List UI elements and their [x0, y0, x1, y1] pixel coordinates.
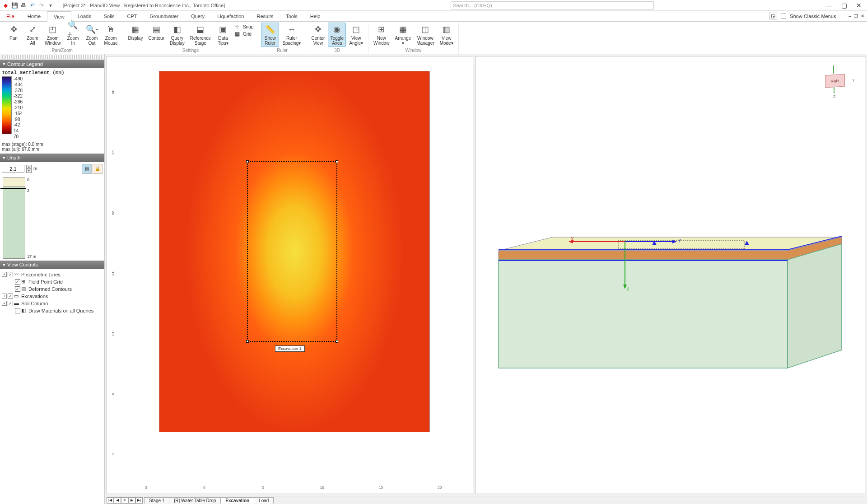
ribbon-new-window-button[interactable]: ⊞New Window	[371, 23, 392, 47]
print-icon[interactable]: 🖶	[20, 2, 27, 9]
ribbon-zoom-window-button[interactable]: ◰Zoom Window	[42, 23, 63, 47]
window-controls: — ▢ ✕	[826, 2, 865, 9]
ribbon-ruler-spacing--button[interactable]: ↔Ruler Spacing▾	[280, 23, 303, 47]
tree-item-excavations[interactable]: +✓▭Excavations	[2, 293, 103, 300]
menu-tab-tools[interactable]: Tools	[280, 11, 304, 21]
tree-checkbox[interactable]: ✓	[15, 286, 20, 292]
menu-tab-file[interactable]: File	[0, 11, 21, 21]
tool-icon: ◳	[351, 24, 362, 35]
ribbon-zoom-in-button[interactable]: 🔍+Zoom In	[64, 23, 82, 47]
ribbon-grid-button[interactable]: ▦Grid	[235, 31, 253, 37]
tool-icon: 📏	[265, 24, 275, 35]
stage-nav-next[interactable]: ▶	[128, 497, 135, 504]
tree-item-icon: ⊞	[21, 279, 28, 285]
tree-item-draw-materials-on-all-queries[interactable]: ◧Draw Materials on all Queries	[2, 307, 103, 314]
contour-legend-header[interactable]: ▾ Contour Legend	[0, 60, 104, 68]
ribbon-data-tips--button[interactable]: ▣Data Tips▾	[214, 23, 232, 47]
maximize-button[interactable]: ▢	[841, 2, 847, 9]
menu-tab-liquefaction[interactable]: Liquefaction	[211, 11, 250, 21]
minimize-button[interactable]: —	[826, 2, 832, 9]
tool-icon: ▦	[397, 24, 408, 35]
stage-nav-last[interactable]: ▶|	[135, 497, 143, 504]
menu-tab-query[interactable]: Query	[185, 11, 211, 21]
ribbon-query-display-button[interactable]: ◧Query Display	[168, 23, 187, 47]
stage-nav-hash[interactable]: #	[121, 497, 128, 504]
ribbon-pan-button[interactable]: ✥Pan	[5, 23, 23, 42]
redo-icon[interactable]: ↷	[38, 2, 45, 9]
orientation-cube[interactable]: Right Y Z	[820, 65, 851, 97]
stage-nav-first[interactable]: |◀	[107, 497, 114, 504]
close-button[interactable]: ✕	[856, 2, 862, 9]
legend-value: -42	[14, 122, 23, 128]
plan-view[interactable]: 302520151050 Excavation 1 -505101520	[107, 56, 473, 494]
tool-icon: ▥	[441, 24, 452, 35]
ribbon-view-angle--button[interactable]: ◳View Angle▾	[347, 23, 365, 47]
legend-value: -154	[14, 111, 23, 117]
expand-icon[interactable]: +	[2, 294, 7, 299]
classic-menus-checkbox[interactable]	[781, 14, 786, 19]
tree-checkbox[interactable]: ✓	[15, 279, 20, 285]
excavation-outline[interactable]	[247, 161, 337, 342]
ribbon-zoom-all-button[interactable]: ⤢Zoom All	[23, 23, 42, 47]
title-bar: ◆ 💾 🖶 ↶ ↷ ▾ - [Project 3* - Plan/3D View…	[0, 0, 867, 11]
tree-checkbox[interactable]: ✓	[8, 294, 13, 299]
depth-spin-up[interactable]: ▲	[26, 165, 32, 169]
menu-tab-home[interactable]: Home	[21, 11, 47, 21]
tree-item-deformed-contours[interactable]: ✓▤Deformed Contours	[2, 285, 103, 293]
menu-tab-groundwater[interactable]: Groundwater	[144, 11, 185, 21]
legend-value: -98	[14, 117, 23, 123]
mdi-close-button[interactable]: ✕	[861, 14, 864, 19]
expand-icon[interactable]: +	[2, 272, 7, 277]
qat-dropdown-icon[interactable]: ▾	[47, 2, 54, 9]
tree-item-label: Field Point Grid	[28, 279, 63, 285]
legend-stat: max (all): 67.6 mm	[2, 147, 103, 152]
expand-icon[interactable]: +	[2, 301, 7, 306]
ribbon-contour-button[interactable]: ▤Contour	[146, 23, 167, 42]
menu-tab-soils[interactable]: Soils	[98, 11, 121, 21]
ruler-tick: 30	[109, 62, 115, 122]
ribbon-zoom-mouse-button[interactable]: 🖱Zoom Mouse	[102, 23, 120, 47]
ribbon-arrange--button[interactable]: ▦Arrange ▾	[393, 23, 414, 47]
stage-tab-stage-1[interactable]: Stage 1	[144, 497, 169, 504]
stage-tab-excavation[interactable]: Excavation	[220, 497, 254, 504]
3d-view[interactable]: Right Y Z X	[475, 56, 865, 494]
depth-lock-button[interactable]: 🔒	[93, 164, 103, 174]
save-icon[interactable]: 💾	[11, 2, 18, 9]
stage-tab--r-water-table-drop[interactable]: [R] Water Table Drop	[169, 497, 221, 504]
tree-checkbox[interactable]: ✓	[8, 301, 13, 306]
depth-panel: ▲▼ m ▤ 🔒 0 2 17 m	[0, 162, 104, 261]
menu-tab-cpt[interactable]: CPT	[121, 11, 144, 21]
ribbon-window-manager-button[interactable]: ◫Window Manager	[414, 23, 436, 47]
depth-column[interactable]	[3, 177, 25, 259]
tree-item-soil-column[interactable]: +✓▬Soil Column	[2, 300, 103, 307]
depth-header[interactable]: ▾ Depth	[0, 154, 104, 162]
tree-checkbox[interactable]	[15, 308, 20, 313]
depth-spin-down[interactable]: ▼	[26, 169, 32, 173]
undo-icon[interactable]: ↶	[29, 2, 36, 9]
menu-tab-view[interactable]: View	[47, 11, 71, 22]
search-input[interactable]: Search... (Ctrl+Q)	[451, 1, 654, 9]
ribbon-reference-stage-button[interactable]: ⬓Reference Stage	[188, 23, 213, 47]
depth-input[interactable]	[2, 165, 24, 173]
ribbon-display-button[interactable]: ▦Display	[126, 23, 145, 42]
tree-checkbox[interactable]: ✓	[8, 272, 13, 277]
ribbon-center-view-button[interactable]: ✥Center View	[309, 23, 327, 47]
depth-mode-button[interactable]: ▤	[82, 164, 92, 174]
mdi-minimize-button[interactable]: –	[848, 14, 851, 19]
view-controls-header[interactable]: ▾ View Controls	[0, 261, 104, 269]
menu-tab-results[interactable]: Results	[250, 11, 280, 21]
ribbon-view-mode--button[interactable]: ▥View Mode▾	[438, 23, 456, 47]
tree-item-piezometric-lines[interactable]: +✓〰Piezometric Lines	[2, 271, 103, 278]
ribbon-zoom-out-button[interactable]: 🔍-Zoom Out	[83, 23, 101, 47]
stage-nav-prev[interactable]: ◀	[114, 497, 121, 504]
ribbon-show-ruler-button[interactable]: 📏Show Ruler	[261, 23, 279, 47]
stage-tab-load[interactable]: Load	[254, 497, 274, 504]
ribbon-group-label: Window	[406, 48, 422, 54]
ribbon-minimize-icon[interactable]: ◲	[769, 13, 777, 19]
ribbon-toggle-axes-button[interactable]: ◉Toggle Axes	[328, 23, 346, 47]
menu-tab-help[interactable]: Help	[304, 11, 327, 21]
ribbon-snap-button[interactable]: ⊹Snap	[235, 23, 253, 30]
legend-value: -434	[14, 82, 23, 88]
mdi-restore-button[interactable]: ❐	[854, 14, 858, 19]
tree-item-field-point-grid[interactable]: ✓⊞Field Point Grid	[2, 278, 103, 285]
